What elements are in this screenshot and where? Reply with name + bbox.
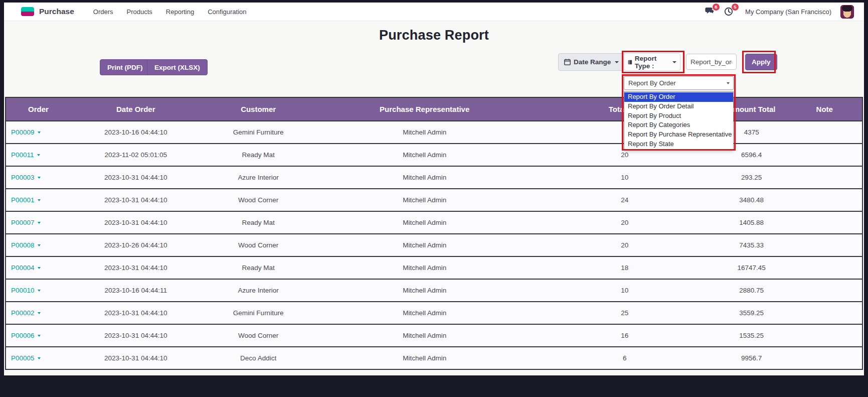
- report-type-selected-value: Report By Order: [628, 79, 676, 87]
- app-name[interactable]: Purchase: [39, 7, 74, 16]
- dropdown-option[interactable]: Report By Order: [624, 92, 733, 102]
- print-pdf-button[interactable]: Print (PDF): [100, 59, 150, 75]
- odoo-app-logo-icon[interactable]: [21, 7, 34, 16]
- cell-total-qty: 24: [534, 189, 716, 211]
- cell-order: P00003: [6, 166, 71, 189]
- cell-customer: Ready Mat: [201, 256, 316, 279]
- apply-button[interactable]: Apply: [745, 54, 777, 70]
- order-link[interactable]: P00005: [11, 354, 41, 362]
- menu-orders[interactable]: Orders: [93, 8, 113, 16]
- cell-customer: Wood Corner: [201, 189, 316, 211]
- order-link[interactable]: P00004: [11, 264, 41, 272]
- dropdown-option[interactable]: Report By Order Detail: [624, 102, 733, 111]
- table-header-row: OrderDate OrderCustomerPurchase Represen…: [6, 97, 862, 121]
- cell-date-order: 2023-10-31 04:44:10: [71, 302, 201, 324]
- report-name-input[interactable]: [686, 54, 737, 70]
- cell-representative: Mitchell Admin: [316, 279, 534, 302]
- report-type-button[interactable]: Report Type :: [624, 53, 680, 71]
- dropdown-option[interactable]: Report By Categories: [624, 120, 733, 130]
- caret-down-icon: [38, 312, 41, 314]
- dropdown-option[interactable]: Report By Purchase Representative: [624, 130, 733, 140]
- cell-total-qty: 6: [534, 347, 716, 369]
- menu-products[interactable]: Products: [127, 8, 152, 16]
- order-link[interactable]: P00007: [11, 219, 41, 226]
- chevron-down-icon: [615, 61, 619, 63]
- cell-amount-total: 3480.48: [716, 189, 787, 211]
- order-link[interactable]: P00002: [11, 309, 41, 317]
- cell-amount-total: 9956.7: [716, 347, 787, 369]
- cell-total-qty: 20: [534, 211, 716, 234]
- table-row: P000092023-10-16 04:44:10Gemini Furnitur…: [6, 121, 862, 144]
- column-header: Note: [787, 97, 862, 121]
- cell-amount-total: 1535.25: [716, 324, 787, 347]
- table-row: P000012023-10-31 04:44:10Wood CornerMitc…: [6, 189, 862, 211]
- table-row: P000102023-10-16 04:44:11Azure InteriorM…: [6, 279, 862, 302]
- cell-order: P00008: [6, 234, 71, 256]
- order-link[interactable]: P00008: [11, 241, 41, 249]
- cell-representative: Mitchell Admin: [316, 302, 534, 324]
- activities-badge: 5: [732, 4, 739, 11]
- activities-button[interactable]: 5: [724, 7, 734, 16]
- dropdown-option[interactable]: Report By Product: [624, 111, 733, 121]
- cell-customer: Azure Interior: [201, 279, 316, 302]
- caret-down-icon: [38, 267, 41, 269]
- cell-date-order: 2023-10-31 04:44:10: [71, 347, 201, 369]
- cell-representative: Mitchell Admin: [316, 166, 534, 189]
- cell-date-order: 2023-10-26 04:44:10: [71, 234, 201, 256]
- table-row: P000052023-10-31 04:44:10Deco AddictMitc…: [6, 347, 862, 369]
- top-navbar: Purchase Orders Products Reporting Confi…: [4, 3, 864, 21]
- order-link[interactable]: P00009: [11, 128, 41, 136]
- caret-down-icon: [38, 244, 41, 246]
- cell-order: P00011: [6, 144, 71, 166]
- cell-date-order: 2023-10-31 04:44:10: [71, 256, 201, 279]
- caret-down-icon: [38, 335, 41, 337]
- user-avatar[interactable]: [840, 5, 854, 19]
- cell-representative: Mitchell Admin: [316, 189, 534, 211]
- report-table-body: P000092023-10-16 04:44:10Gemini Furnitur…: [6, 121, 862, 369]
- cell-date-order: 2023-10-31 04:44:10: [71, 166, 201, 189]
- cell-total-qty: 20: [534, 234, 716, 256]
- cell-customer: Wood Corner: [201, 324, 316, 347]
- cell-note: [787, 189, 862, 211]
- order-link[interactable]: P00001: [11, 196, 41, 204]
- cell-amount-total: 2880.75: [716, 279, 787, 302]
- cell-order: P00010: [6, 279, 71, 302]
- cell-customer: Deco Addict: [201, 347, 316, 369]
- cell-date-order: 2023-10-31 04:44:10: [71, 189, 201, 211]
- cell-date-order: 2023-10-31 04:44:10: [71, 324, 201, 347]
- order-link[interactable]: P00006: [11, 332, 41, 339]
- cell-order: P00004: [6, 256, 71, 279]
- cell-note: [787, 234, 862, 256]
- cell-note: [787, 324, 862, 347]
- messages-button[interactable]: 6: [705, 7, 715, 16]
- caret-down-icon: [38, 131, 41, 134]
- export-xlsx-button[interactable]: Export (XLSX): [147, 59, 208, 75]
- company-switcher[interactable]: My Company (San Francisco): [745, 8, 831, 16]
- order-link[interactable]: P00011: [11, 151, 40, 159]
- app-window: Purchase Orders Products Reporting Confi…: [4, 3, 864, 375]
- date-range-button[interactable]: Date Range: [558, 53, 625, 71]
- cell-amount-total: 3559.25: [716, 302, 787, 324]
- menu-reporting[interactable]: Reporting: [166, 8, 194, 16]
- cell-note: [787, 166, 862, 189]
- cell-order: P00002: [6, 302, 71, 324]
- cell-date-order: 2023-10-16 04:44:10: [71, 121, 201, 144]
- menu-configuration[interactable]: Configuration: [208, 8, 246, 16]
- cell-customer: Gemini Furniture: [201, 302, 316, 324]
- dropdown-option[interactable]: Report By State: [624, 140, 733, 149]
- cell-date-order: 2023-10-31 04:44:10: [71, 211, 201, 234]
- column-header: Order: [6, 97, 71, 121]
- cell-order: P00009: [6, 121, 71, 144]
- table-row: P000062023-10-31 04:44:10Wood CornerMitc…: [6, 324, 862, 347]
- cell-customer: Gemini Furniture: [201, 121, 316, 144]
- cell-note: [787, 256, 862, 279]
- report-type-select[interactable]: Report By Order: [624, 76, 734, 90]
- table-row: P000022023-10-31 04:44:10Gemini Furnitur…: [6, 302, 862, 324]
- order-link[interactable]: P00010: [11, 287, 41, 294]
- cell-amount-total: 16747.45: [716, 256, 787, 279]
- table-row: P000042023-10-31 04:44:10Ready MatMitche…: [6, 256, 862, 279]
- order-link[interactable]: P00003: [11, 174, 41, 181]
- cell-order: P00007: [6, 211, 71, 234]
- cell-amount-total: 1405.88: [716, 211, 787, 234]
- cell-note: [787, 279, 862, 302]
